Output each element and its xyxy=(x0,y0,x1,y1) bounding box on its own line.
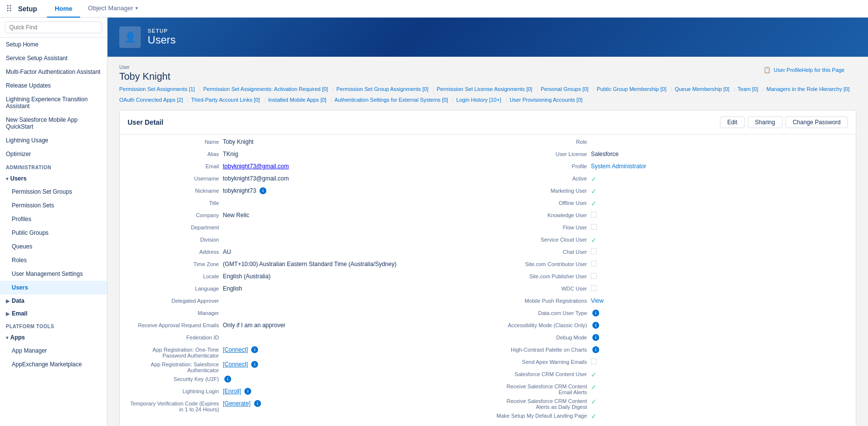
link-oauth-connected-apps[interactable]: OAuth Connected Apps [2] xyxy=(119,97,183,103)
sidebar-item-optimizer[interactable]: Optimizer xyxy=(0,147,107,161)
field-marketing-user: Marketing User ✓ xyxy=(496,187,848,197)
mobile-push-view-link[interactable]: View xyxy=(591,297,604,304)
setup-label: Setup xyxy=(18,5,37,13)
user-profile-help: 📋 User ProfileHelp for this Page xyxy=(752,65,856,75)
link-user-provisioning-accounts[interactable]: User Provisioning Accounts [0] xyxy=(510,97,583,103)
email-link[interactable]: tobyknight73@gmail.com xyxy=(223,163,289,170)
field-datacom-user-type: Data.com User Type i xyxy=(496,310,848,319)
page-header-title: Users xyxy=(148,34,175,46)
otp-info-icon[interactable]: i xyxy=(251,346,258,353)
chevron-right-icon: ▶ xyxy=(6,298,10,304)
generate-link[interactable]: [Generate] xyxy=(223,400,251,407)
enroll-link[interactable]: [Enroll] xyxy=(223,388,241,395)
link-installed-mobile-apps[interactable]: Installed Mobile Apps [0] xyxy=(268,97,326,103)
field-sf-crm-content-user: Salesforce CRM Content User ✓ xyxy=(496,371,848,381)
link-permission-set-assignments[interactable]: Permission Set Assignments [1] xyxy=(119,86,195,92)
field-delegated-approver: Delegated Approver xyxy=(128,297,480,307)
link-public-group-membership[interactable]: Public Group Membership [0] xyxy=(597,86,666,92)
tab-home[interactable]: Home xyxy=(47,0,80,18)
nav-tabs: Home Object Manager ▾ xyxy=(47,0,146,18)
sidebar-item-profiles[interactable]: Profiles xyxy=(0,212,107,226)
sidebar-item-queues[interactable]: Queues xyxy=(0,240,107,253)
connect-otp-link[interactable]: [Connect] xyxy=(223,346,248,353)
profile-link[interactable]: System Administrator xyxy=(591,163,646,170)
connect-sf-auth-link[interactable]: [Connect] xyxy=(223,361,248,368)
field-email: Email tobyknight73@gmail.com xyxy=(128,163,480,173)
left-fields: Name Toby Knight Alias TKnig Email tobyk… xyxy=(120,135,488,426)
sidebar-item-roles[interactable]: Roles xyxy=(0,253,107,267)
sitecom-contributor-checkbox xyxy=(591,261,597,267)
link-personal-groups[interactable]: Personal Groups [0] xyxy=(541,86,588,92)
sidebar-item-users[interactable]: Users xyxy=(0,281,107,294)
sidebar-item-permission-sets[interactable]: Permission Sets xyxy=(0,199,107,212)
high-contrast-info-icon[interactable]: i xyxy=(592,346,599,353)
main-content: 👤 SETUP Users User Toby Knight 📋 User Pr… xyxy=(108,18,868,426)
link-permission-set-group-assignments[interactable]: Permission Set Group Assignments [0] xyxy=(336,86,428,92)
field-knowledge-user: Knowledge User xyxy=(496,212,848,222)
field-app-reg-sf-auth: App Registration: Salesforce Authenticat… xyxy=(128,361,480,373)
link-third-party-account-links[interactable]: Third-Party Account Links [0] xyxy=(191,97,260,103)
sidebar: Setup Home Service Setup Assistant Multi… xyxy=(0,18,108,426)
link-permission-set-assignments-activation[interactable]: Permission Set Assignments: Activation R… xyxy=(203,86,328,92)
change-password-button[interactable]: Change Password xyxy=(785,116,848,128)
field-accessibility-mode: Accessibility Mode (Classic Only) i xyxy=(496,322,848,332)
sidebar-item-release-updates[interactable]: Release Updates xyxy=(0,79,107,92)
page-header-icon: 👤 xyxy=(119,26,141,48)
field-profile: Profile System Administrator xyxy=(496,163,848,173)
temp-verification-info-icon[interactable]: i xyxy=(254,400,261,407)
sidebar-item-setup-home[interactable]: Setup Home xyxy=(0,38,107,51)
detail-two-col: Name Toby Knight Alias TKnig Email tobyk… xyxy=(120,135,856,426)
sidebar-item-lightning-transition[interactable]: Lightning Experience Transition Assistan… xyxy=(0,92,107,113)
security-key-info-icon[interactable]: i xyxy=(224,376,231,382)
app-launcher-icon[interactable]: ⠿ xyxy=(6,3,12,14)
sidebar-section-administration: ADMINISTRATION xyxy=(0,161,107,172)
lightning-login-info-icon[interactable]: i xyxy=(244,388,251,395)
sidebar-item-service-setup[interactable]: Service Setup Assistant xyxy=(0,51,107,65)
flow-user-checkbox xyxy=(591,224,597,230)
link-managers-role-hierarchy[interactable]: Managers in the Role Hierarchy [0] xyxy=(766,86,849,92)
sidebar-item-user-management-settings[interactable]: User Management Settings xyxy=(0,267,107,281)
edit-button[interactable]: Edit xyxy=(720,116,745,128)
field-federation-id: Federation ID xyxy=(128,334,480,344)
link-permission-set-license-assignments[interactable]: Permission Set License Assignments [0] xyxy=(437,86,533,92)
debug-mode-info-icon[interactable]: i xyxy=(592,334,599,341)
sf-auth-info-icon[interactable]: i xyxy=(251,361,258,368)
sharing-button[interactable]: Sharing xyxy=(748,116,782,128)
tab-object-manager[interactable]: Object Manager ▾ xyxy=(80,0,146,18)
field-chat-user: Chat User xyxy=(496,248,848,258)
sidebar-group-users[interactable]: ▾ Users xyxy=(0,172,107,185)
sidebar-group-email[interactable]: ▶ Email xyxy=(0,307,107,320)
header-setup-label: SETUP xyxy=(148,28,175,34)
user-profile-help-link[interactable]: User ProfileHelp for this Page xyxy=(774,67,845,73)
field-app-reg-otp: App Registration: One-Time Password Auth… xyxy=(128,346,480,359)
user-links-row-1: Permission Set Assignments [1] | Permiss… xyxy=(119,85,856,94)
field-service-cloud-user: Service Cloud User ✓ xyxy=(496,236,848,246)
link-queue-membership[interactable]: Queue Membership [0] xyxy=(674,86,729,92)
field-name: Name Toby Knight xyxy=(128,138,480,148)
sidebar-group-data[interactable]: ▶ Data xyxy=(0,294,107,307)
search-input[interactable] xyxy=(5,22,102,33)
page-header-banner: 👤 SETUP Users xyxy=(108,18,868,57)
sidebar-group-apps[interactable]: ▾ Apps xyxy=(0,331,107,344)
field-user-license: User License Salesforce xyxy=(496,151,848,160)
sidebar-item-mobile-quickstart[interactable]: New Salesforce Mobile App QuickStart xyxy=(0,113,107,134)
field-address: Address AU xyxy=(128,248,480,258)
datacom-info-icon[interactable]: i xyxy=(592,310,599,316)
field-lightning-login: Lightning Login [Enroll] i xyxy=(128,388,480,398)
link-auth-settings-external-systems[interactable]: Authentication Settings for External Sys… xyxy=(334,97,448,103)
nickname-info-icon[interactable]: i xyxy=(260,187,266,194)
marketing-user-checkmark: ✓ xyxy=(591,187,597,195)
link-team[interactable]: Team [0] xyxy=(738,86,758,92)
sidebar-item-public-groups[interactable]: Public Groups xyxy=(0,226,107,240)
sidebar-item-mfa[interactable]: Multi-Factor Authentication Assistant xyxy=(0,65,107,79)
link-login-history[interactable]: Login History [10+] xyxy=(456,97,501,103)
sidebar-item-appexchange[interactable]: AppExchange Marketplace xyxy=(0,358,107,371)
detail-card-title: User Detail xyxy=(128,118,163,126)
sidebar-item-permission-set-groups[interactable]: Permission Set Groups xyxy=(0,185,107,199)
accessibility-info-icon[interactable]: i xyxy=(592,322,599,329)
sidebar-item-lightning-usage[interactable]: Lightning Usage xyxy=(0,134,107,147)
sidebar-item-app-manager[interactable]: App Manager xyxy=(0,344,107,358)
receive-crm-email-checkmark: ✓ xyxy=(591,383,597,391)
user-links-row-2: OAuth Connected Apps [2] | Third-Party A… xyxy=(119,96,856,105)
field-active: Active ✓ xyxy=(496,175,848,185)
